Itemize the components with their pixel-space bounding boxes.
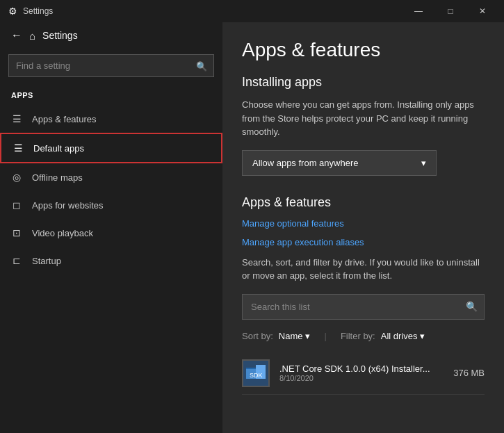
sort-value-button[interactable]: Name ▾ [279, 331, 311, 341]
back-icon: ← [11, 29, 22, 42]
minimize-button[interactable]: — [403, 0, 434, 22]
svg-rect-3 [246, 368, 256, 369]
home-icon: ⌂ [29, 30, 35, 42]
sidebar-item-video-playback[interactable]: ⊡ Video playback [0, 219, 222, 247]
title-bar-left: ⚙ Settings [8, 6, 53, 17]
apps-websites-icon: ◻ [11, 199, 22, 211]
settings-icon: ⚙ [8, 6, 17, 17]
filter-chevron-icon: ▾ [420, 331, 425, 341]
app-name: .NET Core SDK 1.0.0 (x64) Installer... [279, 363, 444, 374]
sidebar-item-label-apps-features: Apps & features [32, 114, 97, 124]
sidebar-item-default-apps[interactable]: ☰ Default apps [0, 133, 222, 163]
search-list-icon: 🔍 [466, 301, 478, 312]
installing-apps-title: Installing apps [242, 75, 485, 90]
sidebar: ← ⌂ Settings 🔍 Apps ☰ Apps & features ☰ … [0, 22, 222, 433]
offline-maps-icon: ◎ [11, 172, 22, 183]
filter-value: All drives [381, 331, 418, 341]
close-button[interactable]: ✕ [466, 0, 498, 22]
sort-label: Sort by: [242, 331, 273, 341]
apps-search-box[interactable]: 🔍 [242, 294, 485, 320]
list-item[interactable]: SDK .NET Core SDK 1.0.0 (x64) Installer.… [242, 352, 485, 395]
filter-value-button[interactable]: All drives ▾ [381, 331, 425, 341]
sidebar-item-label-apps-websites: Apps for websites [32, 200, 104, 211]
search-input[interactable] [8, 54, 214, 77]
chevron-down-icon: ▾ [421, 158, 426, 168]
manage-aliases-link[interactable]: Manage app execution aliases [242, 237, 485, 247]
sidebar-back[interactable]: ← ⌂ Settings [0, 22, 222, 49]
installing-apps-desc: Choose where you can get apps from. Inst… [242, 98, 485, 139]
sort-filter-row: Sort by: Name ▾ | Filter by: All drives … [242, 331, 485, 341]
title-bar-title: Settings [23, 6, 53, 16]
apps-search-input[interactable] [242, 294, 485, 320]
startup-icon: ⊏ [11, 255, 22, 266]
sort-chevron-icon: ▾ [305, 331, 310, 341]
title-bar-controls: — □ ✕ [403, 0, 498, 22]
back-label: Settings [42, 30, 78, 41]
sidebar-item-label-offline-maps: Offline maps [32, 172, 83, 183]
sidebar-item-offline-maps[interactable]: ◎ Offline maps [0, 163, 222, 191]
manage-optional-features-link[interactable]: Manage optional features [242, 218, 485, 229]
dropdown-value: Allow apps from anywhere [252, 158, 358, 168]
video-playback-icon: ⊡ [11, 227, 22, 238]
app-list: SDK .NET Core SDK 1.0.0 (x64) Installer.… [242, 352, 485, 395]
app-icon: SDK [242, 359, 270, 387]
apps-features-icon: ☰ [11, 113, 22, 124]
search-icon: 🔍 [196, 60, 207, 71]
filter-label: Filter by: [341, 331, 375, 341]
sort-value: Name [279, 331, 303, 341]
sidebar-section-label: Apps [0, 88, 222, 105]
sidebar-search[interactable]: 🔍 [8, 54, 214, 77]
sidebar-item-startup[interactable]: ⊏ Startup [0, 247, 222, 275]
sidebar-item-label-startup: Startup [32, 256, 61, 266]
app-size: 376 MB [453, 368, 485, 378]
sidebar-item-label-default-apps: Default apps [33, 143, 84, 154]
apps-features-subdesc: Search, sort, and filter by drive. If yo… [242, 256, 485, 283]
title-bar: ⚙ Settings — □ ✕ [0, 0, 504, 22]
svg-text:SDK: SDK [250, 372, 263, 379]
app-info: .NET Core SDK 1.0.0 (x64) Installer... 8… [279, 363, 444, 382]
sidebar-item-apps-websites[interactable]: ◻ Apps for websites [0, 191, 222, 219]
allow-apps-dropdown[interactable]: Allow apps from anywhere ▾ [242, 150, 437, 176]
content-area: Apps & features Installing apps Choose w… [222, 22, 504, 433]
sidebar-item-label-video-playback: Video playback [32, 228, 93, 238]
default-apps-icon: ☰ [13, 142, 24, 154]
page-title: Apps & features [242, 39, 485, 61]
apps-features-title: Apps & features [242, 195, 485, 210]
app-date: 8/10/2020 [279, 374, 444, 382]
sidebar-item-apps-features[interactable]: ☰ Apps & features [0, 105, 222, 133]
maximize-button[interactable]: □ [434, 0, 466, 22]
main-layout: ← ⌂ Settings 🔍 Apps ☰ Apps & features ☰ … [0, 22, 504, 433]
